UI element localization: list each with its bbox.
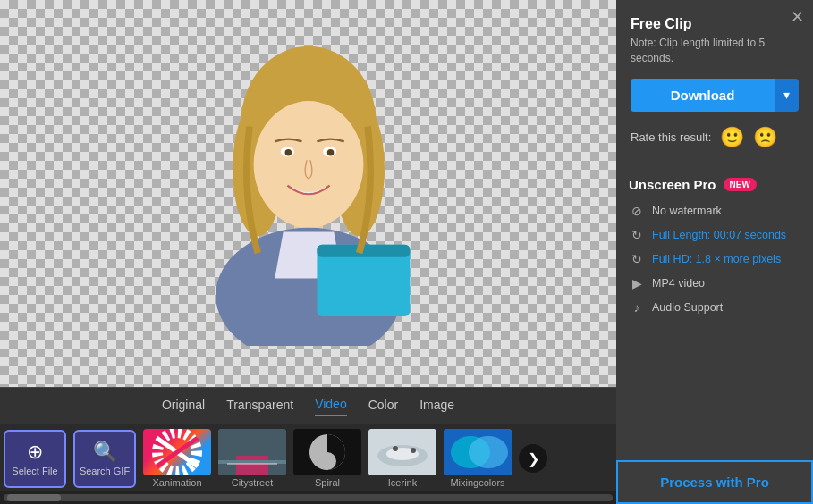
pro-title: Unscreen Pro xyxy=(629,177,716,192)
svg-point-28 xyxy=(469,436,508,468)
tab-original[interactable]: Original xyxy=(162,398,205,416)
thumb-mixingcolors[interactable]: Mixingcolors xyxy=(442,429,513,488)
audio-text: Audio Support xyxy=(652,301,723,314)
svg-rect-18 xyxy=(227,463,277,465)
full-hd-text: Full HD: 1.8 × more pixels xyxy=(652,253,781,265)
close-button[interactable]: ✕ xyxy=(791,7,804,27)
svg-point-4 xyxy=(253,101,363,228)
right-bottom-section: Unscreen Pro NEW ⊘ No watermark ↻ Full L… xyxy=(616,164,813,504)
thumb-img-mixingcolors xyxy=(444,429,512,475)
thumb-icerink[interactable]: Icerink xyxy=(367,429,438,488)
thumb-label-xanimation: Xanimation xyxy=(152,477,201,488)
thumb-img-citystreet xyxy=(218,429,286,475)
scrollbar-row xyxy=(0,491,616,504)
tab-color[interactable]: Color xyxy=(368,398,398,416)
sad-emoji[interactable]: 🙁 xyxy=(753,126,777,149)
tab-image[interactable]: Image xyxy=(419,398,454,416)
full-length-text: Full Length: 00:07 seconds xyxy=(652,229,786,241)
thumb-label-mixingcolors: Mixingcolors xyxy=(450,477,504,488)
free-clip-title: Free Clip xyxy=(631,16,799,32)
thumbnails-next-button[interactable]: ❯ xyxy=(519,444,547,473)
search-gif-button[interactable]: 🔍 Search GIF xyxy=(73,430,136,488)
select-file-label: Select File xyxy=(12,466,57,476)
thumb-label-icerink: Icerink xyxy=(388,477,417,488)
tab-video[interactable]: Video xyxy=(315,397,347,416)
svg-rect-16 xyxy=(236,456,268,475)
download-arrow-button[interactable]: ▾ xyxy=(775,79,799,112)
thumb-citystreet[interactable]: Citystreet xyxy=(216,429,288,488)
pro-feature-no-watermark: ⊘ No watermark xyxy=(629,203,800,219)
svg-point-25 xyxy=(411,448,416,453)
svg-point-8 xyxy=(326,148,334,155)
process-pro-button[interactable]: Process with Pro xyxy=(616,460,813,504)
rate-row: Rate this result: 🙂 🙁 xyxy=(631,126,799,149)
person-image xyxy=(139,42,478,346)
happy-emoji[interactable]: 🙂 xyxy=(720,126,744,149)
search-icon: 🔍 xyxy=(93,441,117,464)
download-row: Download ▾ xyxy=(631,79,799,112)
pro-feature-audio: ♪ Audio Support xyxy=(629,299,800,315)
tab-transparent[interactable]: Transparent xyxy=(226,398,293,416)
full-length-icon: ↻ xyxy=(629,227,645,243)
pro-title-row: Unscreen Pro NEW xyxy=(629,177,800,192)
preview-area xyxy=(0,0,616,387)
pro-feature-full-hd: ↻ Full HD: 1.8 × more pixels xyxy=(629,251,800,267)
download-button[interactable]: Download xyxy=(631,79,775,112)
pro-feature-mp4: ▶ MP4 video xyxy=(629,275,800,291)
tabs-bar: Original Transparent Video Color Image xyxy=(0,387,616,424)
no-watermark-text: No watermark xyxy=(652,205,722,217)
thumb-xanimation[interactable]: Xanimation xyxy=(141,429,213,488)
mp4-text: MP4 video xyxy=(652,277,705,290)
no-watermark-icon: ⊘ xyxy=(629,203,645,219)
new-badge: NEW xyxy=(724,178,757,191)
pro-feature-full-length: ↻ Full Length: 00:07 seconds xyxy=(629,227,800,243)
thumbnails-bar: ⊕ Select File 🔍 Search GIF Xanimation xyxy=(0,424,616,491)
thumb-img-icerink xyxy=(368,429,436,475)
plus-circle-icon: ⊕ xyxy=(27,441,43,464)
right-top-section: Free Clip Note: Clip length limited to 5… xyxy=(616,0,813,164)
thumb-img-spiral xyxy=(293,429,361,475)
right-panel: ✕ Free Clip Note: Clip length limited to… xyxy=(616,0,813,504)
scrollbar-track[interactable] xyxy=(4,494,613,501)
thumb-img-xanimation xyxy=(143,429,211,475)
svg-point-7 xyxy=(284,148,292,155)
thumb-label-spiral: Spiral xyxy=(315,477,340,488)
full-hd-icon: ↻ xyxy=(629,251,645,267)
audio-icon: ♪ xyxy=(629,299,645,315)
left-panel: Original Transparent Video Color Image ⊕… xyxy=(0,0,616,504)
mp4-icon: ▶ xyxy=(629,275,645,291)
svg-point-24 xyxy=(393,446,398,451)
scrollbar-thumb[interactable] xyxy=(7,494,61,501)
thumb-label-citystreet: Citystreet xyxy=(232,477,273,488)
select-file-button[interactable]: ⊕ Select File xyxy=(4,430,66,488)
search-gif-label: Search GIF xyxy=(80,466,130,476)
free-clip-note: Note: Clip length limited to 5 seconds. xyxy=(631,36,799,66)
thumb-spiral[interactable]: Spiral xyxy=(292,429,363,488)
rate-label: Rate this result: xyxy=(631,130,711,144)
